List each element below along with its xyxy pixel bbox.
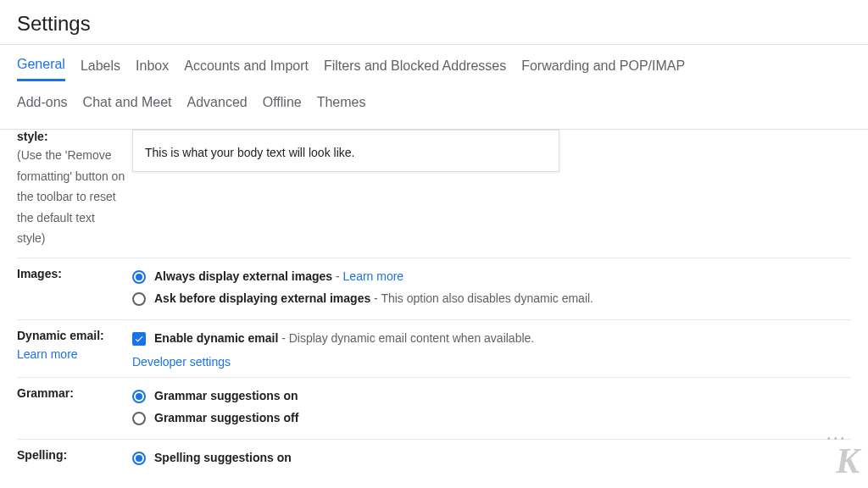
spelling-on-text: Spelling suggestions on: [154, 448, 292, 467]
section-grammar: Grammar: Grammar suggestions on Grammar …: [17, 377, 851, 440]
settings-tabs: General Labels Inbox Accounts and Import…: [0, 45, 868, 130]
style-hint: (Use the 'Remove formatting' button on t…: [17, 145, 125, 249]
grammar-off-text: Grammar suggestions off: [154, 408, 298, 427]
images-opt1-bold: Always display external images: [154, 269, 332, 283]
tab-row-2: Add-ons Chat and Meet Advanced Offline T…: [17, 88, 851, 129]
section-spelling: Spelling: Spelling suggestions on: [17, 439, 851, 479]
images-option-always: Always display external images - Learn m…: [132, 267, 851, 286]
watermark-logo: K: [836, 441, 858, 481]
page-header: Settings: [0, 0, 868, 45]
dash1: -: [336, 269, 343, 283]
grammar-on-row: Grammar suggestions on: [132, 386, 851, 405]
checkbox-enable-dynamic[interactable]: [132, 332, 146, 346]
grammar-off-bold: Grammar suggestions off: [154, 411, 298, 424]
dynamic-opt-bold: Enable dynamic email: [154, 331, 278, 345]
style-label-col: style: (Use the 'Remove formatting' butt…: [17, 130, 132, 249]
grammar-label-col: Grammar:: [17, 386, 132, 431]
dynamic-value-col: Enable dynamic email - Display dynamic e…: [132, 329, 851, 368]
images-option-always-text: Always display external images - Learn m…: [154, 267, 403, 286]
grammar-on-text: Grammar suggestions on: [154, 386, 298, 405]
tab-labels[interactable]: Labels: [81, 58, 120, 80]
tab-filters-blocked[interactable]: Filters and Blocked Addresses: [324, 58, 506, 80]
radio-ask-before[interactable]: [132, 292, 146, 306]
radio-grammar-off[interactable]: [132, 412, 146, 425]
tab-chat-meet[interactable]: Chat and Meet: [83, 95, 172, 117]
tab-general[interactable]: General: [17, 57, 65, 81]
settings-content: style: (Use the 'Remove formatting' butt…: [0, 130, 868, 480]
spelling-value-col: Spelling suggestions on: [132, 448, 851, 470]
style-label: style:: [17, 130, 125, 143]
dynamic-enable-text: Enable dynamic email - Display dynamic e…: [154, 329, 534, 347]
spelling-label-col: Spelling:: [17, 448, 132, 470]
tab-row-1: General Labels Inbox Accounts and Import…: [17, 45, 851, 88]
radio-grammar-on[interactable]: [132, 390, 146, 403]
images-value-col: Always display external images - Learn m…: [132, 267, 851, 312]
images-option-ask-text: Ask before displaying external images - …: [154, 289, 593, 308]
section-images: Images: Always display external images -…: [17, 258, 851, 320]
text-style-preview: This is what your body text will look li…: [132, 130, 559, 172]
tab-accounts-import[interactable]: Accounts and Import: [184, 58, 309, 80]
section-default-text-style: style: (Use the 'Remove formatting' butt…: [17, 130, 851, 258]
grammar-value-col: Grammar suggestions on Grammar suggestio…: [132, 386, 851, 431]
grammar-off-row: Grammar suggestions off: [132, 408, 851, 427]
section-dynamic-email: Dynamic email: Learn more Enable dynamic…: [17, 319, 851, 376]
style-value-col: This is what your body text will look li…: [132, 130, 851, 249]
grammar-on-bold: Grammar suggestions on: [154, 389, 298, 402]
dynamic-learn-more[interactable]: Learn more: [17, 347, 78, 361]
images-opt2-desc: This option also disables dynamic email.: [381, 291, 593, 305]
tab-themes[interactable]: Themes: [317, 95, 366, 117]
radio-always-display[interactable]: [132, 270, 146, 284]
dash3: -: [281, 331, 289, 345]
developer-settings-link[interactable]: Developer settings: [132, 355, 231, 369]
radio-spelling-on[interactable]: [132, 452, 146, 465]
check-icon: [134, 334, 144, 344]
dynamic-label-col: Dynamic email: Learn more: [17, 329, 132, 368]
images-opt2-bold: Ask before displaying external images: [154, 291, 370, 305]
tab-add-ons[interactable]: Add-ons: [17, 95, 68, 117]
spelling-on-bold: Spelling suggestions on: [154, 451, 292, 464]
images-label: Images:: [17, 267, 125, 280]
tab-inbox[interactable]: Inbox: [136, 58, 169, 80]
grammar-label: Grammar:: [17, 386, 125, 400]
dynamic-enable-row: Enable dynamic email - Display dynamic e…: [132, 329, 851, 347]
images-label-col: Images:: [17, 267, 132, 312]
tab-advanced[interactable]: Advanced: [187, 95, 248, 117]
dynamic-desc: Display dynamic email content when avail…: [289, 331, 534, 345]
images-learn-more[interactable]: Learn more: [343, 269, 404, 283]
tab-offline[interactable]: Offline: [263, 95, 302, 117]
images-option-ask: Ask before displaying external images - …: [132, 289, 851, 308]
spelling-label: Spelling:: [17, 448, 125, 462]
page-title: Settings: [17, 12, 851, 36]
spelling-on-row: Spelling suggestions on: [132, 448, 851, 467]
dynamic-label: Dynamic email:: [17, 329, 125, 342]
tab-forwarding-pop-imap[interactable]: Forwarding and POP/IMAP: [521, 58, 685, 80]
